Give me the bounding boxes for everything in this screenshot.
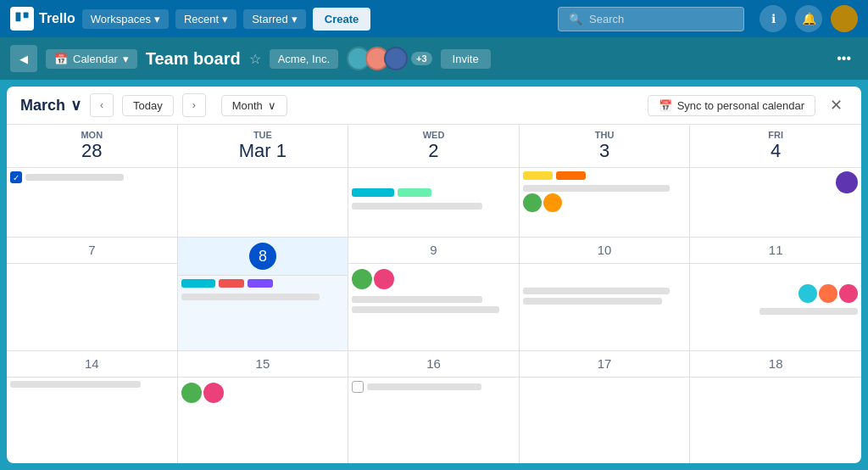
event-row: [523, 171, 687, 182]
more-options-button[interactable]: •••: [830, 48, 858, 70]
day-header-thu: Thu 3: [520, 125, 690, 168]
sidebar-icon: ◀: [19, 53, 28, 65]
search-icon: 🔍: [569, 13, 582, 25]
event-text: [760, 308, 858, 315]
day-body-11[interactable]: [690, 264, 861, 350]
day-body-17[interactable]: [520, 378, 690, 463]
search-bar[interactable]: 🔍 Search: [558, 7, 744, 31]
day-num-17: 17: [520, 351, 690, 378]
calendar-header: March ∨ ‹ Today › Month ∨ 📅 Sync to pers…: [7, 87, 861, 125]
day-header-wed: Wed 2: [348, 125, 519, 168]
event-bar-yellow: [523, 171, 553, 180]
day-col-11: 11: [690, 238, 861, 350]
event-row: ✓: [10, 171, 174, 183]
event-text: [352, 296, 482, 303]
day-header-tue: Tue Mar 1: [178, 125, 348, 168]
day-col-wed: Wed 2: [348, 125, 520, 237]
avatar-small: [798, 284, 817, 303]
day-col-thu: Thu 3: [520, 125, 691, 237]
day-num-8: 8: [178, 238, 348, 276]
month-title[interactable]: March ∨: [20, 96, 81, 115]
event-text: [181, 294, 320, 300]
day-num-18: 18: [690, 351, 861, 378]
avatar-small: [181, 383, 202, 403]
day-col-16: 16: [348, 351, 520, 463]
event-row: [352, 381, 515, 393]
nav-right: ℹ 🔔: [760, 5, 858, 32]
day-body-tue1[interactable]: [178, 168, 348, 237]
calendar-container: March ∨ ‹ Today › Month ∨ 📅 Sync to pers…: [7, 87, 861, 463]
event-avatars: [693, 284, 858, 303]
chevron-down-icon: ∨: [268, 99, 276, 112]
event-bar: [181, 279, 215, 288]
user-avatar[interactable]: [831, 5, 858, 32]
day-body-18[interactable]: [690, 378, 861, 463]
prev-month-button[interactable]: ‹: [90, 93, 114, 117]
workspace-button[interactable]: Acme, Inc.: [270, 49, 338, 69]
avatar-small: [352, 269, 372, 289]
event-avatars: [352, 269, 515, 289]
day-body-7[interactable]: [7, 264, 177, 350]
today-button[interactable]: Today: [122, 95, 174, 116]
day-body-14[interactable]: [7, 378, 177, 463]
event-text: [523, 288, 670, 294]
day-body-16[interactable]: [348, 378, 519, 463]
bell-icon: 🔔: [802, 12, 816, 25]
day-num-16: 16: [348, 351, 519, 378]
event-avatars: [181, 383, 345, 403]
day-body-wed2[interactable]: [348, 168, 519, 237]
avatar-small: [203, 383, 224, 403]
day-body-mon28[interactable]: ✓: [7, 168, 177, 237]
event-bar-green: [398, 188, 431, 197]
trello-icon: [10, 7, 34, 31]
event-text: [523, 298, 662, 305]
chevron-down-icon: ∨: [70, 96, 81, 115]
starred-button[interactable]: Starred ▾: [243, 9, 306, 29]
notifications-button[interactable]: 🔔: [795, 5, 822, 32]
avatar-small: [374, 269, 394, 289]
member-avatar-3[interactable]: [384, 47, 408, 70]
avatar-small: [819, 284, 837, 303]
event-bar: [248, 279, 273, 288]
workspaces-button[interactable]: Workspaces ▾: [82, 9, 169, 29]
create-button[interactable]: Create: [313, 8, 370, 31]
day-col-mon: Mon 28 ✓: [7, 125, 178, 237]
day-num-15: 15: [178, 351, 348, 378]
day-body-thu3[interactable]: [520, 168, 690, 237]
day-body-15[interactable]: [178, 378, 348, 463]
sync-calendar-button[interactable]: 📅 Sync to personal calendar: [648, 95, 815, 116]
event-bar-cyan: [352, 188, 394, 197]
sidebar-toggle-button[interactable]: ◀: [10, 45, 37, 72]
logo[interactable]: Trello: [10, 7, 75, 31]
day-num-7: 7: [7, 238, 177, 264]
chevron-down-icon: ▾: [123, 53, 129, 65]
week1-grid: 7 8 9: [7, 237, 861, 350]
invite-button[interactable]: Invite: [441, 49, 491, 69]
event-bar-orange: [556, 171, 586, 180]
event-row: [181, 279, 345, 290]
star-button[interactable]: ☆: [249, 51, 261, 67]
more-members-badge[interactable]: +3: [411, 52, 432, 65]
close-calendar-button[interactable]: ✕: [824, 93, 848, 117]
board-bar: ◀ 📅 Calendar ▾ Team board ☆ Acme, Inc. +…: [0, 37, 868, 80]
calendar-icon: 📅: [54, 53, 68, 65]
day-body-9[interactable]: [348, 264, 519, 350]
event-text: [10, 381, 141, 388]
day-body-8[interactable]: [178, 276, 348, 350]
avatar-small: [523, 193, 542, 212]
next-month-button[interactable]: ›: [182, 93, 206, 117]
avatar-small: [836, 171, 858, 193]
avatar-small: [543, 193, 562, 212]
event-avatars: [523, 193, 687, 212]
member-avatars: +3: [347, 47, 432, 70]
calendar-view-button[interactable]: 📅 Calendar ▾: [46, 49, 137, 69]
chevron-down-icon: ▾: [154, 13, 160, 25]
info-icon: ℹ: [771, 12, 776, 25]
checkbox-icon: ✓: [10, 171, 22, 183]
view-select-button[interactable]: Month ∨: [221, 95, 287, 116]
day-body-10[interactable]: [520, 264, 690, 350]
recent-button[interactable]: Recent ▾: [175, 9, 236, 29]
week0-grid: Mon 28 ✓ Tue Mar 1 Wed 2: [7, 125, 861, 237]
info-button[interactable]: ℹ: [760, 5, 787, 32]
day-body-fri4[interactable]: [690, 168, 861, 237]
